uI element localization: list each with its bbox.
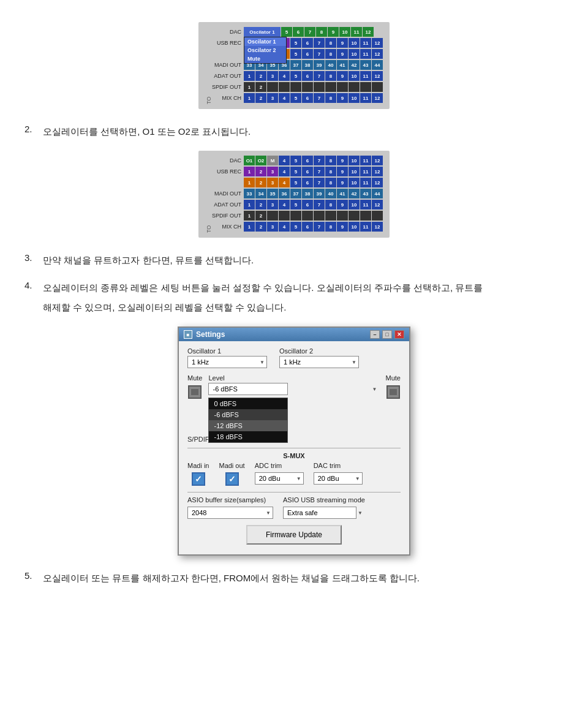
diagram1-container: TO DAC Oscilator 1 Oscilator 1 Oscilator… xyxy=(24,22,564,109)
dropdown-osc1[interactable]: Oscilator 1 xyxy=(244,37,286,46)
step3: 3. 만약 채널을 뮤트하고자 한다면, 뮤트를 선택합니다. xyxy=(24,252,564,268)
step3-num: 3. xyxy=(24,252,43,263)
usbrec-9: 9 xyxy=(337,38,348,48)
step3-text: 만약 채널을 뮤트하고자 한다면, 뮤트를 선택합니다. xyxy=(43,252,564,268)
asio-usb-label: ASIO USB streaming mode xyxy=(283,496,365,504)
usbrec-11: 11 xyxy=(360,38,371,48)
level-select[interactable]: -6 dBFS 0 dBFS -12 dBFS -18 dBFS xyxy=(208,383,288,395)
level-group: Level -6 dBFS 0 dBFS -12 dBFS -18 dBFS 0… xyxy=(208,374,379,395)
dac-cell-5: 5 xyxy=(281,27,292,37)
titlebar-controls: – □ ✕ xyxy=(370,330,404,339)
dac-cell-11: 11 xyxy=(351,27,362,37)
madi-out-label: Madi out xyxy=(219,462,244,469)
minimize-button[interactable]: – xyxy=(370,330,380,339)
matrix2: TO DAC O1 O2 M 4 5 6 7 8 9 10 11 12 xyxy=(198,151,390,238)
matrix2-row-mixch: MIX CH 1 2 3 4 5 6 7 8 9 10 11 12 xyxy=(212,222,383,232)
level-select-wrap: -6 dBFS 0 dBFS -12 dBFS -18 dBFS xyxy=(208,383,379,395)
dac-trim-group: DAC trim 20 dBu xyxy=(314,462,363,486)
dac-trim-select-wrap: 20 dBu xyxy=(314,472,363,485)
matrix2-row-dac: DAC O1 O2 M 4 5 6 7 8 9 10 11 12 xyxy=(212,156,383,165)
dac-cell-6: 6 xyxy=(293,27,304,37)
dialog-body: Oscillator 1 1 kHz Oscillator 2 1 kHz xyxy=(179,341,409,554)
mute1-label: Mute xyxy=(187,374,202,382)
maximize-button[interactable]: □ xyxy=(382,330,392,339)
madi-out-group: Madi out ✓ xyxy=(219,462,244,486)
matrix2-row-usbrec: USB REC 1 2 3 4 5 6 7 8 9 10 11 12 xyxy=(212,167,383,176)
madi-in-group: Madi in ✓ xyxy=(187,462,209,486)
level-label: Level xyxy=(208,374,379,382)
asio-buffer-select[interactable]: 2048 xyxy=(187,507,273,519)
oscillator-row: Oscillator 1 1 kHz Oscillator 2 1 kHz xyxy=(187,347,401,368)
titlebar-icon: ■ xyxy=(184,330,192,339)
step2: 2. 오실레이터를 선택하면, O1 또는 O2로 표시됩니다. xyxy=(24,124,564,140)
usbrec-10: 10 xyxy=(349,38,360,48)
madi-out-checkbox[interactable]: ✓ xyxy=(225,472,239,486)
level-option-18dbfs[interactable]: -18 dBFS xyxy=(209,431,287,442)
step4-text1: 오실레이터의 종류와 레벨은 세팅 버튼을 눌러 설정할 수 있습니다. 오실레… xyxy=(43,280,564,296)
firmware-update-button[interactable]: Firmware Update xyxy=(246,525,342,545)
mute-level-row: Mute Level -6 dBFS 0 dBFS -12 dBFS -18 d… xyxy=(187,374,401,399)
matrix2-row-adatout: ADAT OUT 1 2 3 4 5 6 7 8 9 10 11 12 xyxy=(212,200,383,210)
mute2-checkbox[interactable] xyxy=(386,385,400,399)
matrix2-row-spdifout: SPDIF OUT 1 2 xyxy=(212,211,383,221)
close-button[interactable]: ✕ xyxy=(394,330,404,339)
dropdown-osc2[interactable]: Oscilator 2 xyxy=(244,46,286,55)
divider1 xyxy=(187,448,401,448)
step5-num: 5. xyxy=(24,570,43,581)
usbrec-8: 8 xyxy=(325,38,336,48)
osc1-select[interactable]: 1 kHz xyxy=(187,356,267,368)
matrix1-row-dac: DAC Oscilator 1 Oscilator 1 Oscilator 2 … xyxy=(212,27,383,37)
osc2-select[interactable]: 1 kHz xyxy=(279,356,359,368)
dac2-o2: O2 xyxy=(255,156,266,165)
usbrec-7: 7 xyxy=(314,38,325,48)
smux-row: Madi in ✓ Madi out ✓ ADC trim 20 dBu xyxy=(187,462,401,486)
step2-text: 오실레이터를 선택하면, O1 또는 O2로 표시됩니다. xyxy=(43,124,564,140)
row-label-dac: DAC xyxy=(212,29,244,35)
level-option-6dbfs[interactable]: -6 dBFS xyxy=(209,409,287,420)
adc-trim-select[interactable]: 20 dBu xyxy=(255,472,304,485)
divider2 xyxy=(187,492,401,493)
matrix1: TO DAC Oscilator 1 Oscilator 1 Oscilator… xyxy=(198,22,390,109)
to-label: TO xyxy=(205,27,212,104)
step4-text2: 해제할 수 있으며, 오실레이터의 레벨을 선택할 수 있습니다. xyxy=(43,302,287,312)
usbrec-6: 6 xyxy=(302,38,313,48)
dropdown-mute[interactable]: Mute xyxy=(244,55,286,63)
dac-cell-9: 9 xyxy=(328,27,339,37)
mute2-label: Mute xyxy=(386,374,401,382)
level-dropdown-open[interactable]: 0 dBFS -6 dBFS -12 dBFS -18 dBFS xyxy=(208,398,288,443)
dialog-titlebar: ■ Settings – □ ✕ xyxy=(179,328,409,341)
settings-dialog: ■ Settings – □ ✕ Oscillator 1 1 kHz xyxy=(178,327,410,556)
madi-in-checkbox[interactable]: ✓ xyxy=(192,472,205,486)
matrix1-row-mixch: MIX CH 1 2 3 4 5 6 7 8 9 10 11 12 xyxy=(212,93,383,103)
row-label-usbrec: USB REC xyxy=(212,40,244,46)
dac-cell-osc1[interactable]: Oscilator 1 Oscilator 1 Oscilator 2 Mute xyxy=(244,27,281,37)
usbrec-12: 12 xyxy=(372,38,383,48)
step5-text: 오실레이터 또는 뮤트를 해제하고자 한다면, FROM에서 원하는 채널을 드… xyxy=(43,570,564,586)
dac-trim-select[interactable]: 20 dBu xyxy=(314,472,363,485)
level-option-0dbfs[interactable]: 0 dBFS xyxy=(209,398,287,409)
step4-num: 4. xyxy=(24,280,43,290)
adc-trim-group: ADC trim 20 dBu xyxy=(255,462,304,486)
dac-trim-label: DAC trim xyxy=(314,462,363,469)
dac-cell-12: 12 xyxy=(363,27,374,37)
level-option-12dbfs[interactable]: -12 dBFS xyxy=(209,420,287,431)
asio-buffer-label: ASIO buffer size(samples) xyxy=(187,496,273,504)
madi-in-label: Madi in xyxy=(187,462,209,469)
settings-dialog-container: ■ Settings – □ ✕ Oscillator 1 1 kHz xyxy=(24,327,564,556)
asio-usb-select[interactable]: Extra safe xyxy=(283,507,356,519)
matrix2-row-madiout: MADI OUT 33 34 35 36 37 38 39 40 41 42 4… xyxy=(212,189,383,198)
step4-line2: 해제할 수 있으며, 오실레이터의 레벨을 선택할 수 있습니다. xyxy=(24,300,564,315)
dialog-title: Settings xyxy=(196,330,225,339)
asio-usb-select-wrap: Extra safe xyxy=(283,507,365,519)
oscillator1-group: Oscillator 1 1 kHz xyxy=(187,347,267,368)
mute2-group: Mute xyxy=(386,374,401,399)
dac-cell-10: 10 xyxy=(339,27,350,37)
matrix1-row-empty: 1 2 3 4 5 6 7 8 9 10 11 12 xyxy=(212,49,383,59)
step5: 5. 오실레이터 또는 뮤트를 해제하고자 한다면, FROM에서 원하는 채널… xyxy=(24,570,564,586)
mute1-checkbox[interactable] xyxy=(188,385,202,399)
mute1-group: Mute xyxy=(187,374,202,399)
matrix1-row-adatout: ADAT OUT 1 2 3 4 5 6 7 8 9 10 11 12 xyxy=(212,71,383,81)
step4: 4. 오실레이터의 종류와 레벨은 세팅 버튼을 눌러 설정할 수 있습니다. … xyxy=(24,280,564,296)
dac2-o1: O1 xyxy=(244,156,255,165)
osc1-label: Oscillator 1 xyxy=(187,347,267,355)
